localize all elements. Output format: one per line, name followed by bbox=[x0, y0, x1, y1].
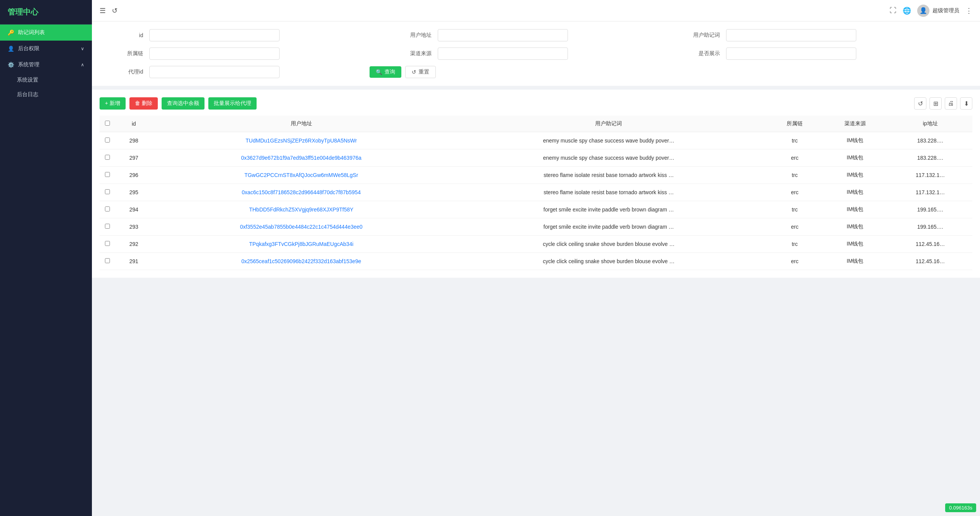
gear-icon: ⚙️ bbox=[8, 62, 14, 68]
more-options-icon[interactable]: ⋮ bbox=[965, 7, 972, 15]
filter-label-chain: 所属链 bbox=[103, 50, 149, 57]
row-chain: trc bbox=[768, 236, 822, 253]
filter-input-agent[interactable] bbox=[149, 66, 280, 78]
chevron-up-icon: ∧ bbox=[81, 62, 84, 67]
person-icon: 👤 bbox=[8, 46, 14, 52]
row-channel: IM钱包 bbox=[822, 253, 888, 270]
fullscreen-icon[interactable]: ⛶ bbox=[890, 7, 897, 15]
row-id: 297 bbox=[115, 149, 153, 167]
filter-row-1: id 用户地址 用户助记词 bbox=[103, 29, 969, 41]
content-area: id 用户地址 用户助记词 所属链 渠道来源 bbox=[92, 21, 980, 516]
print-icon: 🖨 bbox=[948, 100, 954, 107]
row-checkbox[interactable] bbox=[105, 224, 110, 229]
row-chain: erc bbox=[768, 149, 822, 167]
sidebar-submenu-backend-log[interactable]: 后台日志 bbox=[0, 87, 92, 102]
table-header: id 用户地址 用户助记词 所属链 渠道来源 ip地址 bbox=[100, 116, 972, 132]
row-channel: IM钱包 bbox=[822, 149, 888, 167]
row-ip: 112.45.16… bbox=[888, 236, 972, 253]
sidebar-submenu-system-settings[interactable]: 系统设置 bbox=[0, 73, 92, 87]
row-channel: IM钱包 bbox=[822, 184, 888, 201]
row-checkbox[interactable] bbox=[105, 189, 110, 194]
batch-show-button[interactable]: 批量展示给代理 bbox=[208, 97, 257, 110]
col-user-mnemonic: 用户助记词 bbox=[450, 116, 767, 132]
query-label: 查询 bbox=[384, 69, 395, 75]
row-mnemonic: cycle click ceiling snake shove burden b… bbox=[450, 253, 767, 270]
row-checkbox[interactable] bbox=[105, 172, 110, 177]
sidebar-item-system-management[interactable]: ⚙️ 系统管理 ∧ bbox=[0, 57, 92, 73]
row-channel: IM钱包 bbox=[822, 201, 888, 218]
row-address[interactable]: TUdMDu1GEzsNSjZEPz6RXobyTpU8A5NsWr bbox=[153, 132, 450, 149]
main-area: ☰ ↺ ⛶ 🌐 👤 超级管理员 ⋮ id 用户地址 bbox=[92, 0, 980, 516]
reset-button[interactable]: ↺ 重置 bbox=[405, 66, 436, 78]
table-row: 295 0xac6c150c8f7186528c2d966448f70dc7f8… bbox=[100, 184, 972, 201]
performance-badge: 0.096163s bbox=[945, 503, 976, 512]
filter-input-show[interactable] bbox=[726, 48, 856, 60]
row-address[interactable]: TGwGC2PCCrnST8xAfQJocGw6mMWe58LgSr bbox=[153, 167, 450, 184]
row-address[interactable]: 0xf3552e45ab7855b0e4484c22c1c4754d444e3e… bbox=[153, 218, 450, 236]
query-balance-button[interactable]: 查询选中余额 bbox=[162, 97, 205, 110]
delete-button[interactable]: 🗑 删除 bbox=[129, 97, 158, 110]
row-checkbox[interactable] bbox=[105, 241, 110, 246]
table-row: 291 0x2565ceaf1c50269096b2422f332d163abf… bbox=[100, 253, 972, 270]
filter-input-chain[interactable] bbox=[149, 48, 280, 60]
col-ip: ip地址 bbox=[888, 116, 972, 132]
col-user-address: 用户地址 bbox=[153, 116, 450, 132]
table-body: 298 TUdMDu1GEzsNSjZEPz6RXobyTpU8A5NsWr e… bbox=[100, 132, 972, 270]
row-address[interactable]: TPqkafxg3FTvCGkPj8bJGRuMaEUgcAb34i bbox=[153, 236, 450, 253]
user-info[interactable]: 👤 超级管理员 bbox=[917, 5, 959, 17]
table-toolbar: + 新增 🗑 删除 查询选中余额 批量展示给代理 ↺ ⊞ 🖨 ⬇ bbox=[100, 97, 972, 110]
row-channel: IM钱包 bbox=[822, 132, 888, 149]
row-checkbox-cell bbox=[100, 253, 115, 270]
row-address[interactable]: 0x2565ceaf1c50269096b2422f332d163abf153e… bbox=[153, 253, 450, 270]
row-mnemonic: forget smile excite invite paddle verb b… bbox=[450, 218, 767, 236]
avatar: 👤 bbox=[917, 5, 929, 17]
add-button[interactable]: + 新增 bbox=[100, 97, 126, 110]
row-address[interactable]: THbDD5FdRkchZ5XVgjq9re68XJXP9Tf58Y bbox=[153, 201, 450, 218]
row-ip: 199.165.… bbox=[888, 218, 972, 236]
filter-input-channel[interactable] bbox=[438, 48, 568, 60]
row-checkbox-cell bbox=[100, 236, 115, 253]
row-checkbox[interactable] bbox=[105, 155, 110, 160]
row-chain: trc bbox=[768, 201, 822, 218]
filter-input-user-mnemonic[interactable] bbox=[726, 29, 856, 41]
filter-panel: id 用户地址 用户助记词 所属链 渠道来源 bbox=[92, 21, 980, 86]
row-id: 293 bbox=[115, 218, 153, 236]
topbar-right: ⛶ 🌐 👤 超级管理员 ⋮ bbox=[890, 5, 972, 17]
refresh-page-icon[interactable]: ↺ bbox=[112, 7, 118, 15]
row-channel: IM钱包 bbox=[822, 167, 888, 184]
filter-input-id[interactable] bbox=[149, 29, 280, 41]
topbar-left: ☰ ↺ bbox=[100, 7, 118, 15]
row-mnemonic: enemy muscle spy chase success wave budd… bbox=[450, 132, 767, 149]
row-mnemonic: cycle click ceiling snake shove burden b… bbox=[450, 236, 767, 253]
grid-view-button[interactable]: ⊞ bbox=[929, 97, 942, 110]
row-address[interactable]: 0xac6c150c8f7186528c2d966448f70dc7f87b59… bbox=[153, 184, 450, 201]
col-chain: 所属链 bbox=[768, 116, 822, 132]
row-checkbox[interactable] bbox=[105, 206, 110, 211]
query-button[interactable]: 🔍 查询 bbox=[370, 66, 401, 78]
row-checkbox[interactable] bbox=[105, 258, 110, 263]
filter-row-3: 代理id 🔍 查询 ↺ 重置 bbox=[103, 66, 969, 78]
filter-field-chain: 所属链 bbox=[103, 48, 392, 60]
sidebar-item-label: 助记词列表 bbox=[18, 29, 45, 36]
filter-label-user-address: 用户地址 bbox=[392, 32, 438, 39]
row-checkbox[interactable] bbox=[105, 138, 110, 143]
language-icon[interactable]: 🌐 bbox=[903, 7, 911, 15]
download-button[interactable]: ⬇ bbox=[960, 97, 972, 110]
filter-input-user-address[interactable] bbox=[438, 29, 568, 41]
row-checkbox-cell bbox=[100, 184, 115, 201]
filter-label-user-mnemonic: 用户助记词 bbox=[680, 32, 726, 39]
row-checkbox-cell bbox=[100, 167, 115, 184]
grid-icon: ⊞ bbox=[933, 100, 938, 107]
row-chain: trc bbox=[768, 132, 822, 149]
menu-toggle-icon[interactable]: ☰ bbox=[100, 7, 106, 15]
sidebar-item-mnemonic-list[interactable]: 🔑 助记词列表 bbox=[0, 25, 92, 41]
refresh-table-button[interactable]: ↺ bbox=[914, 97, 926, 110]
row-chain: erc bbox=[768, 184, 822, 201]
col-channel: 渠道来源 bbox=[822, 116, 888, 132]
sidebar-item-backend-permission[interactable]: 👤 后台权限 ∨ bbox=[0, 41, 92, 57]
row-address[interactable]: 0x3627d9e672b1f9a7ed9a3ff51e004de9b46397… bbox=[153, 149, 450, 167]
sidebar-item-label: 系统管理 bbox=[18, 61, 39, 68]
select-all-checkbox[interactable] bbox=[105, 121, 110, 126]
filter-label-agent: 代理id bbox=[103, 69, 149, 75]
print-button[interactable]: 🖨 bbox=[945, 97, 957, 110]
